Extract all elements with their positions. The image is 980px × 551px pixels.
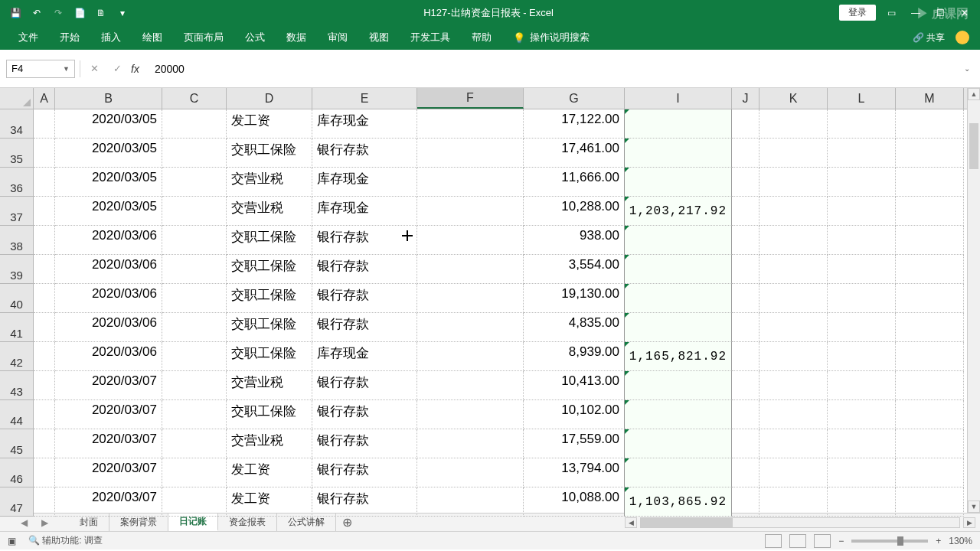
close-icon[interactable]: ✕ bbox=[956, 4, 974, 22]
col-header-i[interactable]: I bbox=[625, 88, 732, 109]
cell-account[interactable]: 银行存款 bbox=[312, 400, 417, 429]
cell-account[interactable]: 银行存款 bbox=[312, 371, 417, 400]
h-scroll-thumb[interactable] bbox=[641, 518, 733, 527]
cell-account[interactable]: 库存现金 bbox=[312, 342, 417, 371]
normal-view-icon[interactable] bbox=[765, 534, 782, 548]
cell[interactable] bbox=[34, 429, 55, 458]
col-header-m[interactable]: M bbox=[896, 88, 964, 109]
cell-amount[interactable]: 13,794.00 bbox=[524, 458, 625, 487]
cell-account[interactable]: 银行存款 bbox=[312, 255, 417, 284]
col-header-a[interactable]: A bbox=[34, 88, 55, 109]
tab-data[interactable]: 数据 bbox=[276, 25, 317, 50]
row-header[interactable]: 42 bbox=[0, 342, 34, 371]
tab-formulas[interactable]: 公式 bbox=[234, 25, 276, 50]
col-header-k[interactable]: K bbox=[760, 88, 828, 109]
cell[interactable] bbox=[34, 226, 55, 255]
cell-amount[interactable]: 8,939.00 bbox=[524, 342, 625, 371]
zoom-out-icon[interactable]: − bbox=[838, 536, 844, 546]
page-layout-view-icon[interactable] bbox=[789, 534, 806, 548]
cell-balance[interactable] bbox=[625, 429, 732, 458]
cell[interactable] bbox=[732, 109, 760, 139]
cell-amount[interactable]: 11,666.00 bbox=[524, 168, 625, 197]
cell[interactable] bbox=[732, 197, 760, 226]
cell-date[interactable]: 2020/03/06 bbox=[55, 342, 162, 371]
cell-amount[interactable]: 10,088.00 bbox=[524, 487, 625, 517]
cell-account[interactable]: 银行存款 bbox=[312, 313, 417, 342]
spreadsheet-grid[interactable]: A B C D E F G I J K L M 342020/03/05发工资库… bbox=[0, 88, 980, 513]
cell-balance[interactable] bbox=[625, 109, 732, 139]
cell-date[interactable]: 2020/03/05 bbox=[55, 168, 162, 197]
cell[interactable] bbox=[828, 371, 896, 400]
formula-input[interactable] bbox=[149, 60, 956, 78]
cell[interactable] bbox=[896, 342, 964, 371]
cell[interactable] bbox=[896, 139, 964, 168]
cell[interactable] bbox=[760, 487, 828, 517]
cell[interactable] bbox=[417, 342, 524, 371]
accessibility-status[interactable]: 🔍 辅助功能: 调查 bbox=[28, 534, 103, 547]
sheet-nav-prev-icon[interactable]: ◀ bbox=[21, 517, 28, 528]
cell-category[interactable]: 交职工保险 bbox=[227, 284, 312, 313]
cell[interactable] bbox=[732, 284, 760, 313]
row-header[interactable]: 37 bbox=[0, 197, 34, 226]
cancel-formula-icon[interactable]: ✕ bbox=[85, 60, 103, 78]
cell[interactable] bbox=[417, 226, 524, 255]
cell[interactable] bbox=[760, 284, 828, 313]
cell[interactable] bbox=[896, 487, 964, 517]
cell-account[interactable]: 银行存款 bbox=[312, 458, 417, 487]
cell-balance[interactable] bbox=[625, 284, 732, 313]
cell-balance[interactable] bbox=[625, 226, 732, 255]
undo-icon[interactable]: ↶ bbox=[28, 4, 46, 22]
row-header[interactable]: 34 bbox=[0, 109, 34, 139]
cell-balance[interactable] bbox=[625, 458, 732, 487]
cell[interactable] bbox=[896, 458, 964, 487]
cell-amount[interactable]: 19,130.00 bbox=[524, 284, 625, 313]
row-header[interactable]: 46 bbox=[0, 458, 34, 487]
cell-amount[interactable]: 17,122.00 bbox=[524, 109, 625, 139]
cell[interactable] bbox=[162, 168, 227, 197]
login-button[interactable]: 登录 bbox=[839, 5, 876, 21]
share-button[interactable]: 🔗 共享 bbox=[913, 31, 945, 44]
cell[interactable] bbox=[732, 342, 760, 371]
row-header[interactable]: 47 bbox=[0, 487, 34, 517]
cell-account[interactable]: 库存现金 bbox=[312, 197, 417, 226]
minimize-icon[interactable]: — bbox=[906, 4, 925, 22]
cell[interactable] bbox=[760, 313, 828, 342]
cell[interactable] bbox=[732, 487, 760, 517]
cell[interactable] bbox=[896, 226, 964, 255]
col-header-b[interactable]: B bbox=[55, 88, 162, 109]
col-header-l[interactable]: L bbox=[828, 88, 896, 109]
cell[interactable] bbox=[828, 458, 896, 487]
cell-amount[interactable]: 17,559.00 bbox=[524, 429, 625, 458]
cell[interactable] bbox=[162, 342, 227, 371]
chevron-down-icon[interactable]: ▼ bbox=[63, 65, 70, 73]
cell-account[interactable]: 库存现金 bbox=[312, 109, 417, 139]
cell-amount[interactable]: 938.00 bbox=[524, 226, 625, 255]
redo-icon[interactable]: ↷ bbox=[49, 4, 67, 22]
v-scroll-thumb[interactable] bbox=[969, 123, 978, 169]
cell[interactable] bbox=[417, 284, 524, 313]
cell[interactable] bbox=[162, 371, 227, 400]
row-header[interactable]: 41 bbox=[0, 313, 34, 342]
ribbon-display-icon[interactable]: ▭ bbox=[882, 4, 900, 22]
cell[interactable] bbox=[828, 109, 896, 139]
cell-category[interactable]: 交营业税 bbox=[227, 168, 312, 197]
add-sheet-button[interactable]: ⊕ bbox=[336, 515, 358, 530]
cell[interactable] bbox=[417, 109, 524, 139]
row-header[interactable]: 35 bbox=[0, 139, 34, 168]
cell-amount[interactable]: 3,554.00 bbox=[524, 255, 625, 284]
cell-amount[interactable]: 10,413.00 bbox=[524, 371, 625, 400]
cell[interactable] bbox=[828, 226, 896, 255]
cell[interactable] bbox=[34, 342, 55, 371]
cell-date[interactable]: 2020/03/07 bbox=[55, 487, 162, 517]
cell-date[interactable]: 2020/03/06 bbox=[55, 255, 162, 284]
cell[interactable] bbox=[828, 139, 896, 168]
cell[interactable] bbox=[417, 313, 524, 342]
cell[interactable] bbox=[732, 313, 760, 342]
name-box[interactable]: F4 ▼ bbox=[6, 60, 75, 78]
cell-account[interactable]: 银行存款 bbox=[312, 226, 417, 255]
cell-date[interactable]: 2020/03/06 bbox=[55, 313, 162, 342]
cell-category[interactable]: 交营业税 bbox=[227, 371, 312, 400]
row-header[interactable]: 36 bbox=[0, 168, 34, 197]
cell[interactable] bbox=[417, 168, 524, 197]
fx-icon[interactable]: fx bbox=[131, 63, 139, 75]
